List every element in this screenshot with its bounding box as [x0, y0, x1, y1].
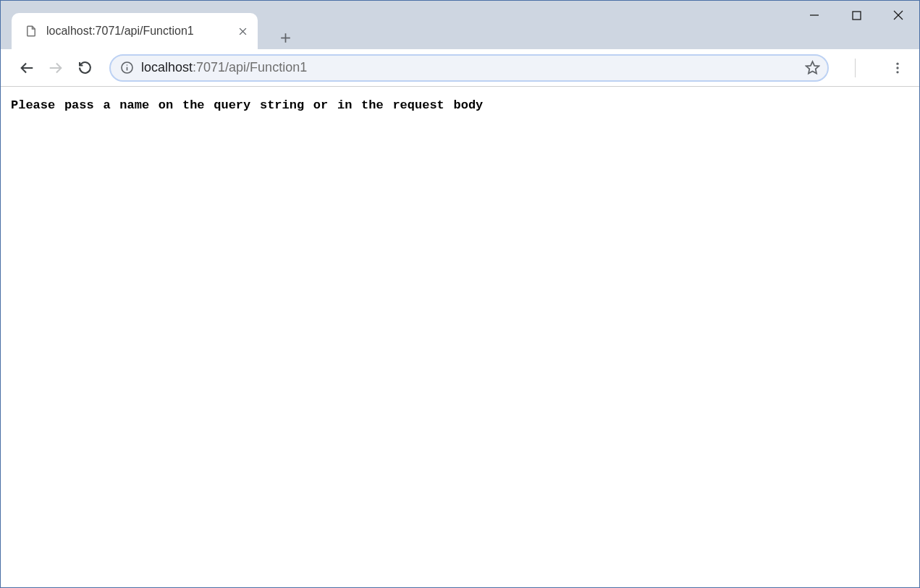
new-tab-button[interactable] — [274, 26, 297, 49]
svg-point-16 — [896, 71, 898, 73]
reload-button[interactable] — [72, 55, 98, 81]
close-tab-icon[interactable] — [236, 25, 249, 38]
back-button[interactable] — [14, 55, 40, 81]
bookmark-star-icon[interactable] — [801, 57, 823, 79]
file-icon — [25, 25, 38, 38]
svg-point-14 — [896, 62, 898, 64]
close-window-button[interactable] — [877, 1, 919, 30]
page-content: Please pass a name on the query string o… — [1, 87, 919, 587]
response-body-text: Please pass a name on the query string o… — [11, 98, 909, 112]
url-host: localhost — [141, 60, 193, 74]
svg-point-12 — [126, 64, 127, 66]
address-bar[interactable]: localhost:7071/api/Function1 — [109, 54, 829, 82]
url-path: :7071/api/Function1 — [193, 60, 307, 74]
browser-toolbar: localhost:7071/api/Function1 — [1, 49, 919, 87]
maximize-button[interactable] — [835, 1, 877, 30]
browser-menu-button[interactable] — [885, 55, 911, 81]
url-text[interactable]: localhost:7071/api/Function1 — [141, 60, 794, 75]
tab-strip: localhost:7071/api/Function1 — [1, 1, 297, 49]
window-controls — [793, 1, 919, 30]
browser-tab-active[interactable]: localhost:7071/api/Function1 — [12, 13, 258, 49]
toolbar-separator — [855, 59, 856, 77]
svg-point-15 — [896, 67, 898, 69]
minimize-button[interactable] — [793, 1, 835, 30]
svg-marker-13 — [806, 61, 819, 73]
forward-button[interactable] — [43, 55, 69, 81]
site-info-icon[interactable] — [119, 61, 134, 75]
svg-rect-5 — [853, 12, 861, 20]
tab-title: localhost:7071/api/Function1 — [46, 25, 227, 38]
browser-titlebar: localhost:7071/api/Function1 — [1, 1, 919, 49]
